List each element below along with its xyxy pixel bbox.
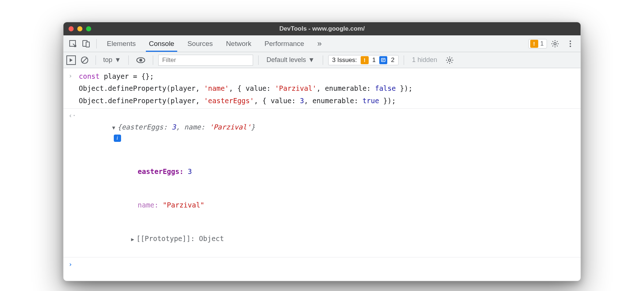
result-preview: ▼{easterEggs: 3, name: 'Parzival'} i — [79, 111, 255, 154]
prop-value: 3 — [188, 167, 192, 175]
console-settings-gear-icon[interactable] — [443, 56, 456, 65]
chevron-down-icon: ▼ — [308, 56, 315, 64]
tab-performance[interactable]: Performance — [258, 35, 311, 52]
kebab-menu-icon[interactable] — [563, 39, 578, 48]
issues-info-count: 2 — [391, 57, 394, 64]
object-property-row: name: "Parzival" — [63, 188, 581, 222]
tabs-overflow[interactable]: » — [311, 35, 328, 52]
prop-key: easterEggs — [138, 167, 179, 175]
inspect-icon[interactable] — [66, 39, 79, 48]
console-input-row: Object.defineProperty(player, 'easterEgg… — [63, 95, 581, 107]
window-title: DevTools - www.google.com/ — [63, 25, 581, 32]
console-result-row[interactable]: ‹· ▼{easterEggs: 3, name: 'Parzival'} i — [63, 108, 581, 155]
svg-point-6 — [570, 46, 571, 47]
svg-point-10 — [139, 59, 142, 62]
traffic-lights — [63, 26, 91, 31]
close-window-button[interactable] — [69, 26, 74, 31]
titlebar: DevTools - www.google.com/ — [63, 22, 581, 35]
console-output: › const player = {}; Object.defineProper… — [63, 68, 581, 281]
issues-label: 3 Issues: — [332, 57, 357, 64]
clear-console-icon[interactable] — [79, 56, 90, 65]
proto-value: Object — [199, 234, 224, 242]
console-input-row: Object.defineProperty(player, 'name', { … — [63, 82, 581, 94]
settings-gear-icon[interactable] — [547, 39, 563, 48]
output-indicator-icon: ‹· — [69, 111, 79, 154]
console-toolbar: top ▼ Default levels ▼ 3 Issues: ! 1 2 1… — [63, 52, 581, 68]
filter-input[interactable] — [158, 55, 253, 66]
divider — [96, 39, 97, 48]
chevron-down-icon: ▼ — [115, 56, 121, 64]
svg-point-4 — [570, 40, 571, 42]
tab-elements[interactable]: Elements — [100, 35, 142, 52]
main-tabbar: Elements Console Sources Network Perform… — [63, 35, 581, 52]
code-line-1: const player = {}; — [79, 71, 154, 82]
warnings-indicator[interactable]: ! 1 — [528, 39, 547, 48]
tab-network[interactable]: Network — [220, 35, 258, 52]
prop-value: "Parzival" — [163, 201, 204, 209]
input-prompt-icon: › — [69, 71, 79, 82]
proto-label: [[Prototype]] — [136, 234, 191, 242]
device-toggle-icon[interactable] — [79, 39, 93, 48]
toggle-sidebar-icon[interactable] — [66, 55, 76, 65]
object-property-row: easterEggs: 3 — [63, 155, 581, 188]
live-expression-icon[interactable] — [134, 57, 148, 64]
input-prompt-icon: › — [69, 260, 79, 269]
issues-warn-count: 1 — [372, 57, 376, 64]
prop-key: name — [138, 201, 155, 209]
warning-icon: ! — [361, 56, 369, 64]
svg-rect-11 — [381, 58, 385, 62]
context-selector[interactable]: top ▼ — [101, 56, 123, 64]
hidden-messages-label: 1 hidden — [409, 56, 440, 64]
code-line-2: Object.defineProperty(player, 'name', { … — [79, 83, 412, 94]
code-line-3: Object.defineProperty(player, 'easterEgg… — [79, 96, 396, 106]
warnings-count: 1 — [540, 40, 544, 47]
svg-point-14 — [449, 59, 451, 61]
svg-rect-2 — [86, 42, 89, 47]
tab-console[interactable]: Console — [142, 35, 181, 52]
console-input-row: › const player = {}; — [63, 70, 581, 82]
log-levels-selector[interactable]: Default levels ▼ — [264, 56, 318, 64]
object-info-icon[interactable]: i — [114, 135, 121, 142]
tab-sources[interactable]: Sources — [181, 35, 220, 52]
svg-line-8 — [82, 58, 87, 62]
expand-triangle-icon[interactable]: ▶ — [131, 236, 134, 242]
issues-indicator[interactable]: 3 Issues: ! 1 2 — [328, 55, 399, 65]
collapse-triangle-icon[interactable]: ▼ — [112, 125, 115, 131]
warning-icon: ! — [530, 40, 538, 48]
svg-point-5 — [570, 43, 571, 44]
maximize-window-button[interactable] — [86, 26, 91, 31]
svg-point-3 — [554, 42, 556, 44]
devtools-window: DevTools - www.google.com/ Elements Cons… — [63, 22, 581, 281]
tabs: Elements Console Sources Network Perform… — [100, 35, 328, 52]
console-prompt-row[interactable]: › — [63, 257, 581, 270]
info-icon — [379, 56, 387, 64]
log-levels-label: Default levels — [267, 56, 306, 64]
context-label: top — [103, 56, 112, 64]
minimize-window-button[interactable] — [77, 26, 82, 31]
object-prototype-row[interactable]: ▶[[Prototype]]: Object — [63, 222, 581, 256]
